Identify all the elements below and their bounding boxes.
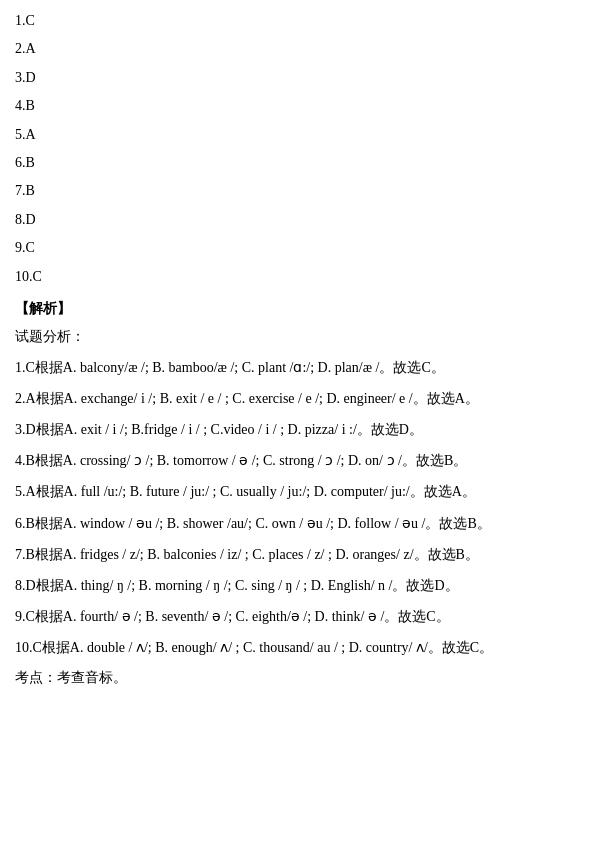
answer-9: 9.C	[15, 237, 587, 259]
analysis-item-6: 6.B根据A. window / əu /; B. shower /au/; C…	[15, 511, 587, 536]
analysis-item-3: 3.D根据A. exit / i /; B.fridge / i / ; C.v…	[15, 417, 587, 442]
analysis-item-8: 8.D根据A. thing/ ŋ /; B. morning / ŋ /; C.…	[15, 573, 587, 598]
answer-3: 3.D	[15, 67, 587, 89]
analysis-item-2: 2.A根据A. exchange/ i /; B. exit / e / ; C…	[15, 386, 587, 411]
analysis-title: 试题分析：	[15, 326, 587, 348]
answer-8: 8.D	[15, 209, 587, 231]
note-line: 考点：考查音标。	[15, 667, 587, 689]
answer-7: 7.B	[15, 180, 587, 202]
section-header: 【解析】	[15, 298, 587, 320]
analysis-item-9: 9.C根据A. fourth/ ə /; B. seventh/ ə /; C.…	[15, 604, 587, 629]
analysis-item-4: 4.B根据A. crossing/ ɔ /; B. tomorrow / ə /…	[15, 448, 587, 473]
analysis-item-5: 5.A根据A. full /u:/; B. future / ju:/ ; C.…	[15, 479, 587, 504]
answer-5: 5.A	[15, 124, 587, 146]
analysis-item-7: 7.B根据A. fridges / z/; B. balconies / iz/…	[15, 542, 587, 567]
answer-4: 4.B	[15, 95, 587, 117]
analysis-section: 1.C根据A. balcony/æ /; B. bamboo/æ /; C. p…	[15, 355, 587, 661]
answer-10: 10.C	[15, 266, 587, 288]
answer-6: 6.B	[15, 152, 587, 174]
answer-2: 2.A	[15, 38, 587, 60]
answer-1: 1.C	[15, 10, 587, 32]
analysis-item-1: 1.C根据A. balcony/æ /; B. bamboo/æ /; C. p…	[15, 355, 587, 380]
analysis-item-10: 10.C根据A. double / ʌ/; B. enough/ ʌ/ ; C.…	[15, 635, 587, 660]
answers-section: 1.C 2.A 3.D 4.B 5.A 6.B 7.B 8.D 9.C 10.C	[15, 10, 587, 288]
